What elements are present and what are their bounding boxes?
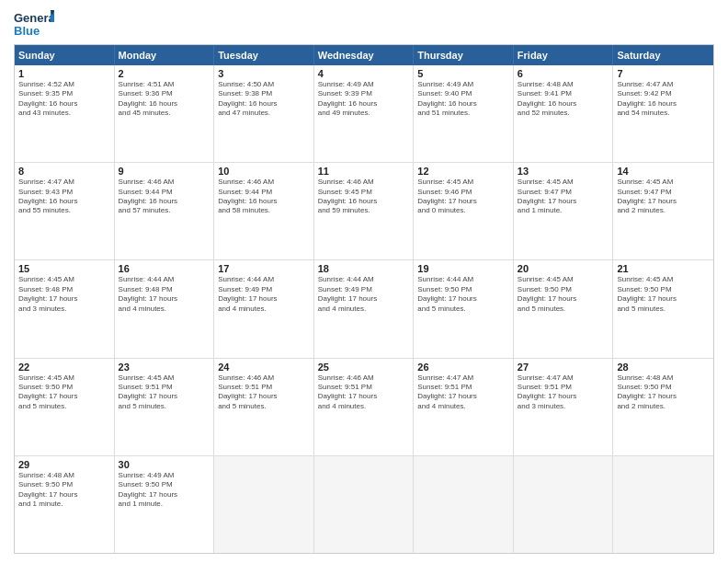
calendar-cell-28: 28Sunrise: 4:48 AM Sunset: 9:50 PM Dayli… [613, 359, 713, 455]
day-number: 7 [617, 68, 710, 79]
day-number: 5 [417, 68, 509, 79]
cell-info: Sunrise: 4:45 AM Sunset: 9:50 PM Dayligh… [518, 275, 609, 314]
cell-info: Sunrise: 4:46 AM Sunset: 9:44 PM Dayligh… [218, 178, 310, 216]
calendar-cell-16: 16Sunrise: 4:44 AM Sunset: 9:48 PM Dayli… [115, 260, 215, 357]
calendar-cell-15: 15Sunrise: 4:45 AM Sunset: 9:48 PM Dayli… [15, 260, 115, 357]
header-day-tuesday: Tuesday [214, 45, 314, 65]
calendar-cell-empty [414, 456, 514, 553]
calendar-cell-21: 21Sunrise: 4:45 AM Sunset: 9:50 PM Dayli… [613, 260, 713, 357]
day-number: 14 [617, 166, 710, 177]
calendar-row-5: 29Sunrise: 4:48 AM Sunset: 9:50 PM Dayli… [15, 455, 713, 553]
cell-info: Sunrise: 4:45 AM Sunset: 9:50 PM Dayligh… [617, 275, 710, 314]
header-day-thursday: Thursday [414, 45, 514, 65]
day-number: 4 [318, 68, 410, 79]
day-number: 26 [417, 362, 509, 373]
day-number: 1 [18, 68, 110, 79]
cell-info: Sunrise: 4:51 AM Sunset: 9:36 PM Dayligh… [119, 80, 210, 119]
cell-info: Sunrise: 4:48 AM Sunset: 9:50 PM Dayligh… [18, 471, 110, 510]
calendar-cell-8: 8Sunrise: 4:47 AM Sunset: 9:43 PM Daylig… [15, 163, 115, 259]
calendar-cell-9: 9Sunrise: 4:46 AM Sunset: 9:44 PM Daylig… [115, 163, 215, 259]
cell-info: Sunrise: 4:46 AM Sunset: 9:45 PM Dayligh… [318, 178, 410, 216]
day-number: 6 [518, 68, 609, 79]
calendar-row-3: 15Sunrise: 4:45 AM Sunset: 9:48 PM Dayli… [15, 259, 713, 357]
cell-info: Sunrise: 4:44 AM Sunset: 9:49 PM Dayligh… [218, 275, 310, 314]
svg-text:Blue: Blue [14, 24, 40, 38]
calendar-cell-29: 29Sunrise: 4:48 AM Sunset: 9:50 PM Dayli… [15, 456, 115, 553]
header-day-friday: Friday [514, 45, 614, 65]
day-number: 20 [518, 263, 609, 274]
day-number: 25 [318, 362, 410, 373]
calendar-header: SundayMondayTuesdayWednesdayThursdayFrid… [15, 45, 713, 65]
calendar-cell-1: 1Sunrise: 4:52 AM Sunset: 9:35 PM Daylig… [15, 65, 115, 162]
calendar-cell-5: 5Sunrise: 4:49 AM Sunset: 9:40 PM Daylig… [414, 65, 514, 162]
calendar-row-2: 8Sunrise: 4:47 AM Sunset: 9:43 PM Daylig… [15, 162, 713, 259]
cell-info: Sunrise: 4:44 AM Sunset: 9:48 PM Dayligh… [119, 275, 210, 314]
calendar-cell-6: 6Sunrise: 4:48 AM Sunset: 9:41 PM Daylig… [514, 65, 614, 162]
day-number: 30 [119, 459, 210, 470]
day-number: 3 [218, 68, 310, 79]
cell-info: Sunrise: 4:45 AM Sunset: 9:47 PM Dayligh… [617, 178, 710, 216]
day-number: 23 [119, 362, 210, 373]
cell-info: Sunrise: 4:44 AM Sunset: 9:49 PM Dayligh… [318, 275, 410, 314]
cell-info: Sunrise: 4:52 AM Sunset: 9:35 PM Dayligh… [18, 80, 110, 119]
calendar-cell-18: 18Sunrise: 4:44 AM Sunset: 9:49 PM Dayli… [314, 260, 415, 357]
cell-info: Sunrise: 4:49 AM Sunset: 9:39 PM Dayligh… [318, 80, 410, 119]
calendar-cell-empty [314, 456, 415, 553]
calendar-cell-24: 24Sunrise: 4:46 AM Sunset: 9:51 PM Dayli… [214, 359, 314, 455]
calendar-cell-empty [613, 456, 713, 553]
cell-info: Sunrise: 4:47 AM Sunset: 9:51 PM Dayligh… [518, 373, 609, 412]
calendar-cell-17: 17Sunrise: 4:44 AM Sunset: 9:49 PM Dayli… [214, 260, 314, 357]
day-number: 15 [18, 263, 110, 274]
cell-info: Sunrise: 4:47 AM Sunset: 9:42 PM Dayligh… [617, 80, 710, 119]
calendar-cell-27: 27Sunrise: 4:47 AM Sunset: 9:51 PM Dayli… [514, 359, 614, 455]
day-number: 16 [119, 263, 210, 274]
cell-info: Sunrise: 4:47 AM Sunset: 9:51 PM Dayligh… [417, 373, 509, 412]
calendar-cell-22: 22Sunrise: 4:45 AM Sunset: 9:50 PM Dayli… [15, 359, 115, 455]
day-number: 10 [218, 166, 310, 177]
calendar-cell-26: 26Sunrise: 4:47 AM Sunset: 9:51 PM Dayli… [414, 359, 514, 455]
calendar-cell-20: 20Sunrise: 4:45 AM Sunset: 9:50 PM Dayli… [514, 260, 614, 357]
calendar: SundayMondayTuesdayWednesdayThursdayFrid… [14, 44, 714, 554]
calendar-cell-3: 3Sunrise: 4:50 AM Sunset: 9:38 PM Daylig… [214, 65, 314, 162]
svg-text:General: General [14, 11, 54, 25]
day-number: 18 [318, 263, 410, 274]
logo-graphic: General Blue [14, 9, 54, 39]
calendar-row-1: 1Sunrise: 4:52 AM Sunset: 9:35 PM Daylig… [15, 65, 713, 162]
day-number: 9 [119, 166, 210, 177]
day-number: 11 [318, 166, 410, 177]
calendar-cell-11: 11Sunrise: 4:46 AM Sunset: 9:45 PM Dayli… [314, 163, 415, 259]
logo: General Blue [14, 9, 54, 39]
header: General Blue [14, 9, 714, 39]
header-day-sunday: Sunday [15, 45, 115, 65]
day-number: 21 [617, 263, 710, 274]
day-number: 12 [417, 166, 509, 177]
cell-info: Sunrise: 4:45 AM Sunset: 9:47 PM Dayligh… [518, 178, 609, 216]
day-number: 19 [417, 263, 509, 274]
cell-info: Sunrise: 4:48 AM Sunset: 9:50 PM Dayligh… [617, 373, 710, 412]
calendar-cell-19: 19Sunrise: 4:44 AM Sunset: 9:50 PM Dayli… [414, 260, 514, 357]
day-number: 24 [218, 362, 310, 373]
calendar-cell-7: 7Sunrise: 4:47 AM Sunset: 9:42 PM Daylig… [613, 65, 713, 162]
cell-info: Sunrise: 4:45 AM Sunset: 9:46 PM Dayligh… [417, 178, 509, 216]
header-day-wednesday: Wednesday [314, 45, 415, 65]
calendar-cell-13: 13Sunrise: 4:45 AM Sunset: 9:47 PM Dayli… [514, 163, 614, 259]
calendar-cell-empty [214, 456, 314, 553]
day-number: 27 [518, 362, 609, 373]
cell-info: Sunrise: 4:49 AM Sunset: 9:50 PM Dayligh… [119, 471, 210, 510]
cell-info: Sunrise: 4:46 AM Sunset: 9:51 PM Dayligh… [318, 373, 410, 412]
cell-info: Sunrise: 4:49 AM Sunset: 9:40 PM Dayligh… [417, 80, 509, 119]
logo-container: General Blue [14, 9, 54, 39]
calendar-cell-2: 2Sunrise: 4:51 AM Sunset: 9:36 PM Daylig… [115, 65, 215, 162]
calendar-body: 1Sunrise: 4:52 AM Sunset: 9:35 PM Daylig… [15, 65, 713, 553]
calendar-cell-4: 4Sunrise: 4:49 AM Sunset: 9:39 PM Daylig… [314, 65, 415, 162]
calendar-cell-empty [514, 456, 614, 553]
calendar-cell-14: 14Sunrise: 4:45 AM Sunset: 9:47 PM Dayli… [613, 163, 713, 259]
day-number: 17 [218, 263, 310, 274]
day-number: 28 [617, 362, 710, 373]
day-number: 8 [18, 166, 110, 177]
cell-info: Sunrise: 4:47 AM Sunset: 9:43 PM Dayligh… [18, 178, 110, 216]
header-day-monday: Monday [115, 45, 215, 65]
cell-info: Sunrise: 4:45 AM Sunset: 9:50 PM Dayligh… [18, 373, 110, 412]
calendar-cell-12: 12Sunrise: 4:45 AM Sunset: 9:46 PM Dayli… [414, 163, 514, 259]
cell-info: Sunrise: 4:46 AM Sunset: 9:51 PM Dayligh… [218, 373, 310, 412]
